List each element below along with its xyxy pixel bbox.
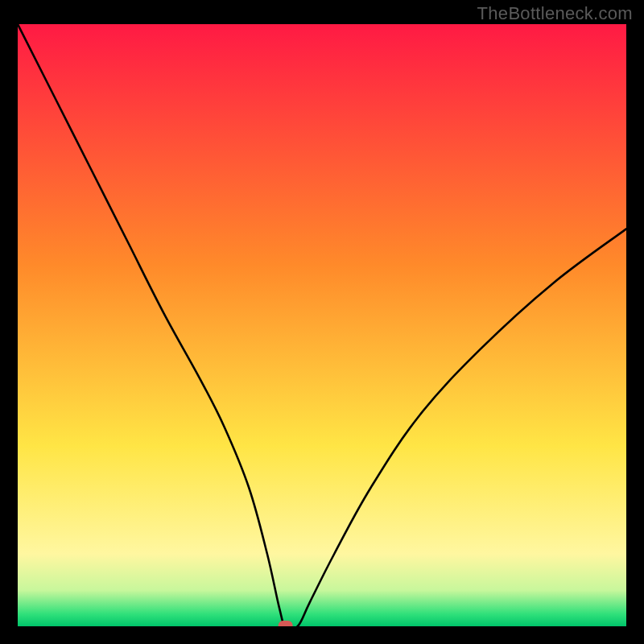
watermark-text: TheBottleneck.com bbox=[477, 3, 633, 24]
optimal-point-marker bbox=[279, 621, 293, 626]
chart-background bbox=[18, 24, 626, 626]
chart-frame: TheBottleneck.com bbox=[0, 0, 644, 644]
chart-svg bbox=[18, 24, 626, 626]
chart-plot bbox=[18, 24, 626, 626]
